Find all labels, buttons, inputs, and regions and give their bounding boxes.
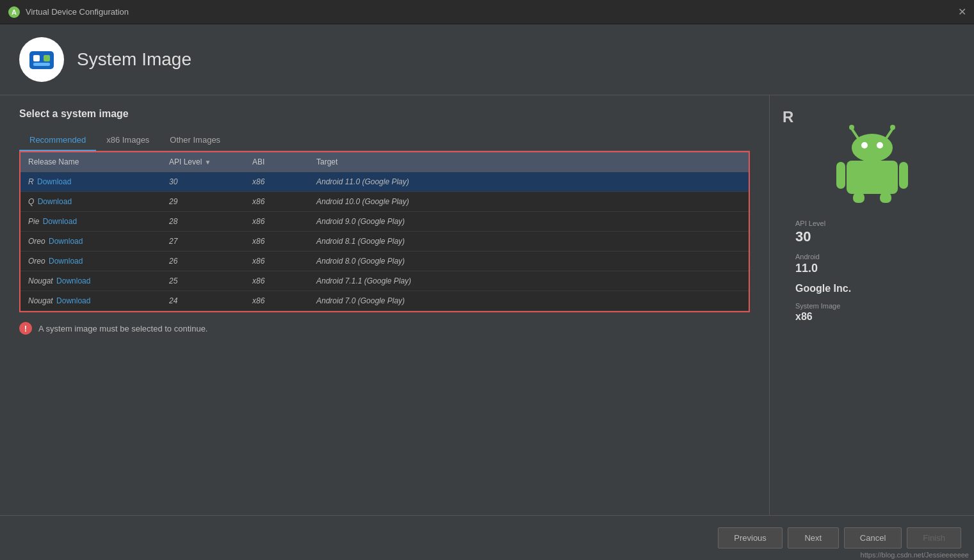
footer: Previous Next Cancel Finish <box>0 515 974 560</box>
cell-release-name: Nougat Download <box>20 291 161 310</box>
cell-target: Android 7.0 (Google Play) <box>309 291 749 310</box>
col-api-level[interactable]: API Level ▼ <box>161 152 245 172</box>
url-bar: https://blog.csdn.net/Jessieeeeeee <box>856 550 974 560</box>
system-image-label: System Image <box>795 302 961 310</box>
cell-target: Android 7.1.1 (Google Play) <box>309 271 749 291</box>
window-title: Virtual Device Configuration <box>26 7 129 17</box>
previous-button[interactable]: Previous <box>718 527 783 548</box>
cell-target: Android 11.0 (Google Play) <box>309 172 749 191</box>
svg-point-10 <box>890 125 895 130</box>
main-content: Select a system image Recommended x86 Im… <box>0 95 974 516</box>
android-value: 11.0 <box>795 262 961 275</box>
header-logo <box>19 37 64 82</box>
table-row[interactable]: Nougat Download 25 x86 Android 7.1.1 (Go… <box>20 271 749 291</box>
svg-rect-4 <box>33 55 40 61</box>
left-panel: Select a system image Recommended x86 Im… <box>0 95 769 516</box>
cell-api-level: 29 <box>161 192 245 211</box>
release-letter-display: R <box>783 108 793 126</box>
cell-api-level: 26 <box>161 252 245 271</box>
finish-button[interactable]: Finish <box>907 527 961 548</box>
download-link[interactable]: Download <box>37 177 71 186</box>
col-release-name: Release Name <box>20 152 161 172</box>
tab-other[interactable]: Other Images <box>159 130 231 151</box>
cell-target: Android 10.0 (Google Play) <box>309 192 749 211</box>
table-row[interactable]: Oreo Download 27 x86 Android 8.1 (Google… <box>20 232 749 252</box>
svg-rect-3 <box>29 51 54 69</box>
system-image-value: x86 <box>795 311 961 323</box>
cell-api-level: 24 <box>161 291 245 310</box>
title-bar: A Virtual Device Configuration ✕ <box>0 0 974 24</box>
android-robot <box>834 121 911 207</box>
sort-arrow-icon: ▼ <box>204 159 211 166</box>
warning-icon: ! <box>19 322 32 335</box>
title-bar-left: A Virtual Device Configuration <box>8 6 129 19</box>
svg-rect-18 <box>880 193 891 203</box>
download-link[interactable]: Download <box>56 296 90 305</box>
download-link[interactable]: Download <box>43 217 77 226</box>
api-level-value: 30 <box>795 228 961 245</box>
col-abi: ABI <box>245 152 309 172</box>
tab-x86[interactable]: x86 Images <box>96 130 159 151</box>
svg-rect-5 <box>44 55 50 61</box>
table-row[interactable]: R Download 30 x86 Android 11.0 (Google P… <box>20 172 749 192</box>
svg-rect-6 <box>33 63 50 66</box>
svg-text:A: A <box>12 8 17 16</box>
download-link[interactable]: Download <box>56 276 90 285</box>
table-row[interactable]: Q Download 29 x86 Android 10.0 (Google P… <box>20 192 749 212</box>
cancel-button[interactable]: Cancel <box>844 527 902 548</box>
cell-api-level: 28 <box>161 212 245 231</box>
cell-target: Android 9.0 (Google Play) <box>309 212 749 231</box>
cell-abi: x86 <box>245 192 309 211</box>
cell-api-level: 27 <box>161 232 245 251</box>
cell-release-name: Pie Download <box>20 212 161 231</box>
cell-abi: x86 <box>245 232 309 251</box>
table-row[interactable]: Oreo Download 26 x86 Android 8.0 (Google… <box>20 252 749 271</box>
warning-section: ! A system image must be selected to con… <box>19 312 750 344</box>
info-section: API Level 30 Android 11.0 Google Inc. Sy… <box>783 220 961 330</box>
android-label: Android <box>795 253 961 260</box>
cell-api-level: 30 <box>161 172 245 191</box>
svg-rect-16 <box>899 162 908 189</box>
tab-recommended[interactable]: Recommended <box>19 130 96 151</box>
cell-abi: x86 <box>245 252 309 271</box>
next-button[interactable]: Next <box>788 527 839 548</box>
table-header: Release Name API Level ▼ ABI Target <box>20 152 749 172</box>
download-link[interactable]: Download <box>49 257 83 266</box>
android-robot-svg <box>834 121 911 204</box>
svg-rect-17 <box>853 193 864 203</box>
close-button[interactable]: ✕ <box>958 7 966 17</box>
cell-target: Android 8.0 (Google Play) <box>309 252 749 271</box>
svg-point-13 <box>877 142 883 148</box>
system-image-table: Release Name API Level ▼ ABI Target R Do… <box>19 151 750 312</box>
cell-release-name: Oreo Download <box>20 252 161 271</box>
cell-api-level: 25 <box>161 271 245 291</box>
svg-rect-15 <box>836 162 845 189</box>
table-row[interactable]: Pie Download 28 x86 Android 9.0 (Google … <box>20 212 749 232</box>
cell-release-name: R Download <box>20 172 161 191</box>
api-level-label: API Level <box>795 220 961 227</box>
tabs-container: Recommended x86 Images Other Images <box>19 130 750 151</box>
svg-point-11 <box>852 134 893 162</box>
svg-point-8 <box>849 125 854 130</box>
cell-release-name: Oreo Download <box>20 232 161 251</box>
cell-abi: x86 <box>245 212 309 231</box>
right-panel: R <box>769 95 974 516</box>
svg-rect-14 <box>847 161 898 194</box>
cell-release-name: Nougat Download <box>20 271 161 291</box>
cell-abi: x86 <box>245 172 309 191</box>
col-target: Target <box>309 152 749 172</box>
cell-target: Android 8.1 (Google Play) <box>309 232 749 251</box>
cell-abi: x86 <box>245 291 309 310</box>
download-link[interactable]: Download <box>49 237 83 246</box>
header-title: System Image <box>77 49 191 70</box>
cell-abi: x86 <box>245 271 309 291</box>
svg-point-12 <box>861 142 868 148</box>
header-section: System Image <box>0 24 974 95</box>
vendor-value: Google Inc. <box>795 283 961 294</box>
section-title: Select a system image <box>19 108 750 120</box>
table-row[interactable]: Nougat Download 24 x86 Android 7.0 (Goog… <box>20 291 749 311</box>
android-title-icon: A <box>8 6 20 19</box>
warning-text: A system image must be selected to conti… <box>38 324 207 333</box>
download-link[interactable]: Download <box>38 197 72 206</box>
android-studio-logo <box>24 42 60 77</box>
